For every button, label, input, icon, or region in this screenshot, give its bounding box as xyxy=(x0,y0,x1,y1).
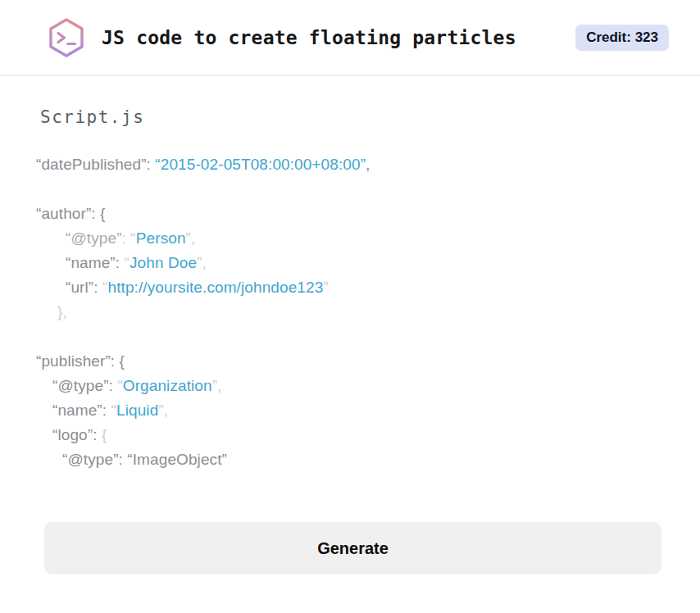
code-token-light: ”, xyxy=(212,377,222,394)
code-token-light: { xyxy=(102,426,107,443)
code-token-value: John Doe xyxy=(130,254,197,271)
code-token-value: Person xyxy=(136,229,186,247)
code-token-key: “publisher”: { xyxy=(36,352,125,370)
code-token-light: ”, xyxy=(186,229,196,247)
file-title: Script.js xyxy=(40,107,700,128)
code-line: “@type”: “Person”, xyxy=(36,226,700,251)
terminal-prompt-hexagon-icon xyxy=(45,16,88,59)
code-token-light: ”, xyxy=(158,402,168,419)
code-line: “name”: “John Doe”, xyxy=(36,251,700,275)
code-line: }, xyxy=(36,300,700,325)
header: JS code to create floating particles Cre… xyxy=(0,0,700,76)
code-line: “author”: { xyxy=(36,202,700,226)
code-line: “@type”: “Organization”, xyxy=(36,374,700,398)
code-token-light: ” xyxy=(323,279,328,296)
code-token-light: ”, xyxy=(197,254,207,271)
code-line: “@type”: “ImageObject” xyxy=(36,447,700,472)
code-token-key: “url”: xyxy=(66,279,102,296)
code-token-value: http://yoursite.com/johndoe123 xyxy=(107,279,323,296)
code-token-key: “datePublished”: xyxy=(36,156,155,173)
code-blank-line xyxy=(36,325,700,349)
code-token-light: : xyxy=(122,229,131,247)
main-content: Script.js “datePublished”: “2015-02-05T0… xyxy=(0,107,700,574)
app-window: JS code to create floating particles Cre… xyxy=(0,0,700,613)
code-line: “url”: “http://yoursite.com/johndoe123” xyxy=(36,275,700,300)
credit-badge: Credit: 323 xyxy=(575,25,669,51)
code-line: “logo”: { xyxy=(36,423,700,447)
code-token-value: Organization xyxy=(123,377,212,394)
code-token-value: Liquid xyxy=(116,402,158,419)
code-token-keylight: “@type” xyxy=(66,229,122,247)
page-title: JS code to create floating particles xyxy=(102,27,516,48)
code-line: “publisher”: { xyxy=(36,349,700,374)
code-line: “name”: “Liquid”, xyxy=(36,398,700,423)
code-token-value: “2015-02-05T08:00:00+08:00”, xyxy=(155,156,370,173)
code-token-key: “name”: xyxy=(52,402,111,419)
code-token-key: “@type”: xyxy=(52,377,117,394)
generate-button[interactable]: Generate xyxy=(44,522,661,574)
code-block: “datePublished”: “2015-02-05T08:00:00+08… xyxy=(36,152,700,472)
code-token-key: “logo”: xyxy=(52,426,102,443)
code-blank-line xyxy=(36,177,700,202)
code-token-key: “@type”: “ImageObject” xyxy=(62,451,227,468)
code-line: “datePublished”: “2015-02-05T08:00:00+08… xyxy=(36,152,700,177)
code-token-key: “author”: { xyxy=(36,205,106,222)
code-token-key: “name”: xyxy=(66,254,125,271)
code-token-light: }, xyxy=(57,303,67,320)
